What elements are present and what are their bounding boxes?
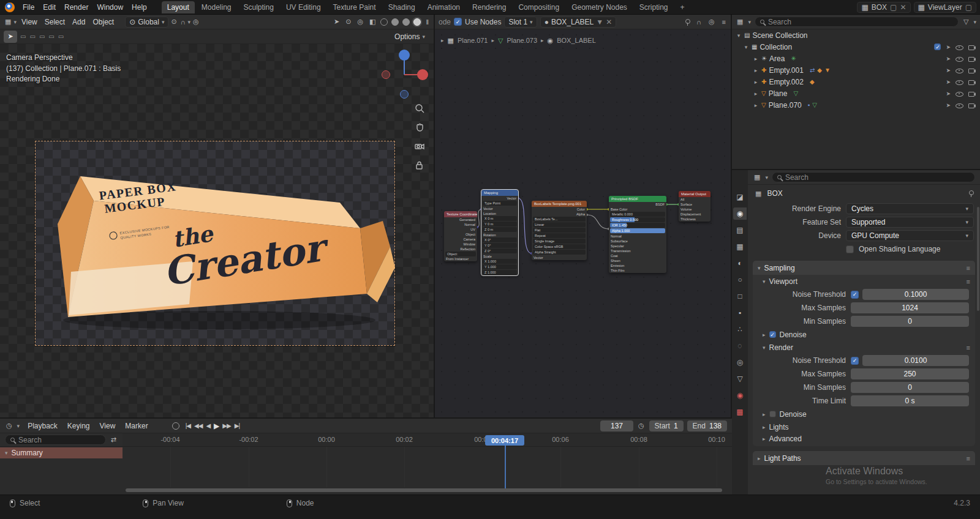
node-row[interactable]: Y 1.000 [483, 264, 517, 269]
tab-object-data-properties[interactable]: ▽ [733, 373, 747, 385]
denoise-subpanel[interactable]: ▸ Denoise [753, 408, 975, 420]
prev-keyframe-button[interactable]: ◀◀ [194, 422, 202, 429]
use-preview-range-icon[interactable]: ◷ [637, 422, 646, 430]
disable-render-icon[interactable] [968, 43, 976, 51]
end-frame-field[interactable]: End 138 [687, 420, 727, 431]
node-row[interactable]: BSDF [609, 202, 666, 207]
noise-threshold-field[interactable]: 0.1000 [862, 289, 969, 300]
timeline-search[interactable]: Search [5, 435, 106, 445]
tab-render-properties[interactable]: ◉ [733, 207, 747, 220]
sampling-panel-header[interactable]: ▾ Sampling ≡ [753, 261, 975, 275]
node-row[interactable]: Scale [481, 254, 518, 259]
workspace-tab[interactable]: Texture Paint [328, 1, 382, 13]
disable-render-icon[interactable] [968, 90, 976, 97]
menu-item[interactable]: Help [127, 2, 151, 13]
node-row[interactable]: Repeat [533, 233, 586, 238]
tab-tool-properties[interactable]: ◪ [733, 191, 747, 203]
auto-keying-icon[interactable] [172, 422, 179, 430]
timeline-menu[interactable]: Marker [121, 420, 152, 431]
timeline-menu[interactable]: View [96, 420, 120, 431]
timeline-menu[interactable]: Playback [23, 420, 62, 431]
pan-hand-icon[interactable] [414, 122, 425, 133]
transform-orientation[interactable]: ⊙ Global ▾ [125, 17, 168, 28]
tab-world-properties[interactable]: ○ [733, 274, 747, 286]
node-header[interactable]: Material Output [679, 191, 710, 197]
node-row[interactable]: Vector [481, 196, 518, 201]
shading-solid-icon[interactable] [391, 18, 399, 26]
render-engine-dropdown[interactable]: Cycles ▾ [846, 203, 974, 214]
viewport-menu[interactable]: View [18, 17, 41, 28]
node-row[interactable]: Alpha Straight [533, 250, 586, 255]
hide-eye-icon[interactable] [956, 102, 963, 109]
tab-constraint-properties[interactable]: ◎ [733, 356, 747, 368]
editor-type-icon[interactable]: ▦ [4, 18, 12, 26]
osl-checkbox[interactable] [846, 245, 854, 253]
selectable-icon[interactable]: ➤ [946, 56, 951, 62]
node-row[interactable]: Thin Film [609, 268, 666, 273]
pin-icon[interactable] [968, 190, 974, 197]
node-row[interactable]: Alpha 1.000 [610, 228, 665, 233]
gizmo-neg-x[interactable] [382, 71, 390, 79]
node-row[interactable]: Location [481, 211, 518, 216]
panel-menu-icon[interactable]: ≡ [967, 344, 970, 351]
workspace-tab[interactable]: Layout [162, 1, 195, 13]
noise-threshold-checkbox[interactable]: ✓ [851, 357, 859, 365]
node-row[interactable]: Thickness [679, 217, 710, 222]
node-mapping[interactable]: Mapping VectorType PointVectorLocationX … [481, 190, 518, 275]
lock-view-icon[interactable] [414, 160, 425, 171]
overlays-icon[interactable]: ◎ [356, 18, 364, 26]
active-tool-tweak-button[interactable]: ➤ [4, 31, 17, 43]
tab-output-properties[interactable]: ▤ [733, 224, 747, 236]
hide-eye-icon[interactable] [956, 43, 963, 51]
new-view-layer-icon[interactable]: ▢ [965, 4, 972, 11]
tab-physics-properties[interactable]: ◌ [733, 340, 747, 352]
menu-item[interactable]: Edit [39, 2, 60, 13]
properties-search[interactable]: Search [772, 172, 975, 182]
pin-icon[interactable] [684, 18, 690, 26]
outliner-search[interactable]: Search [755, 17, 959, 27]
menu-item[interactable]: Render [60, 2, 92, 13]
filter-toggle-icon[interactable]: ⇄ [110, 436, 118, 444]
tab-modifier-properties[interactable]: ▪ [733, 307, 747, 319]
node-row[interactable]: Y 0 m [483, 222, 517, 226]
properties-scrollbar[interactable] [977, 207, 979, 311]
chevron-down-icon[interactable]: ▾ [188, 19, 191, 25]
node-row[interactable]: UV [444, 227, 477, 232]
selectable-icon[interactable]: ➤ [946, 91, 951, 97]
expand-icon[interactable]: ▸ [753, 79, 759, 85]
node-row[interactable]: X 1.000 [483, 259, 517, 264]
outliner-row-plane-070[interactable]: ▸ ▽ Plane.070 ▪ ▽ ➤ [732, 99, 980, 111]
editor-type-icon[interactable]: ▦ [753, 173, 761, 181]
shading-material-icon[interactable] [402, 18, 410, 26]
outliner-row-scene-collection[interactable]: ▾ ▤ Scene Collection [732, 29, 980, 41]
gizmo-z[interactable] [399, 50, 410, 61]
node-row[interactable]: Z 0° [483, 248, 517, 253]
breadcrumb-material[interactable]: BOX_LABEL [557, 37, 596, 44]
timeline-menu[interactable]: Keying [63, 420, 94, 431]
tab-view-layer-properties[interactable]: ▦ [733, 241, 747, 253]
fake-user-shield-icon[interactable]: ▼ [596, 18, 603, 26]
outliner-item-label[interactable]: Plane.070 [769, 101, 802, 110]
node-row[interactable]: Flat [533, 228, 586, 233]
chevron-down-icon[interactable]: ▾ [973, 19, 976, 25]
select-mode-intersect-icon[interactable]: ▭ [58, 33, 64, 40]
node-row[interactable]: Volume [679, 207, 710, 212]
hide-eye-icon[interactable] [956, 55, 963, 62]
node-row[interactable]: Object: [445, 252, 476, 256]
timeline-scrollbar[interactable] [126, 488, 722, 492]
node-row[interactable]: Subsurface [609, 239, 666, 244]
max-samples-field[interactable]: 250 [851, 368, 969, 379]
pause-render-icon[interactable]: ‖ [424, 18, 430, 26]
workspace-tab[interactable]: Modeling [196, 1, 237, 13]
tab-particle-properties[interactable]: ∴ [733, 323, 747, 335]
close-scene-icon[interactable]: ✕ [900, 4, 906, 11]
use-nodes-checkbox[interactable]: ✓ [454, 18, 462, 26]
render-subpanel-header[interactable]: ▾ Render ≡ [753, 341, 975, 354]
navigation-gizmo[interactable]: Z X Y [381, 48, 432, 110]
noise-threshold-field[interactable]: 0.0100 [862, 355, 969, 366]
outliner-row-empty-002[interactable]: ▸ ✚ Empty.002 ◆ ➤ [732, 76, 980, 88]
node-row[interactable]: Color Space sRGB [533, 244, 586, 249]
outliner-row-empty-001[interactable]: ▸ ✚ Empty.001 ⇄ ◆ ▼ ➤ [732, 64, 980, 76]
camera-view-icon[interactable] [414, 141, 425, 152]
node-principled-bsdf[interactable]: Principled BSDF BSDFBase ColorMetallic 0… [609, 196, 666, 273]
